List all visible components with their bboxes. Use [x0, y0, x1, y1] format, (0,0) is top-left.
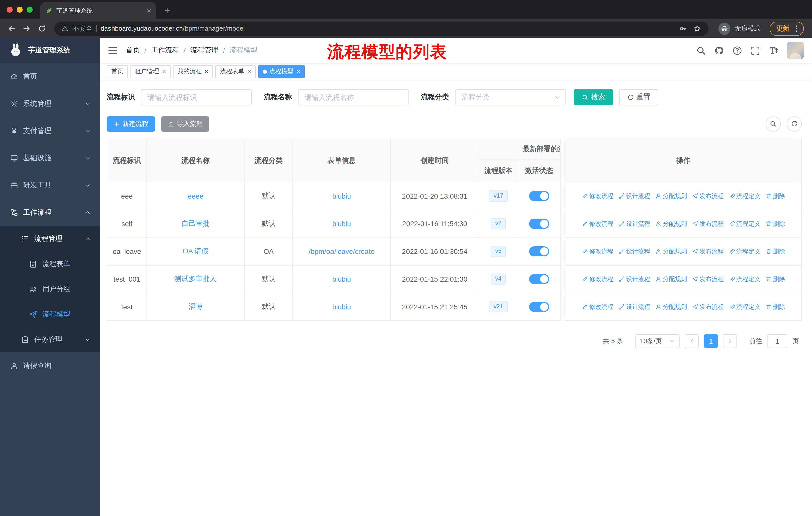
process-name-link[interactable]: 滔博 — [188, 302, 203, 311]
close-tag-icon[interactable]: × — [162, 68, 166, 75]
process-name-link[interactable]: 自己审批 — [181, 219, 210, 228]
active-toggle[interactable] — [529, 274, 549, 284]
tag-home[interactable]: 首页 — [107, 65, 128, 78]
password-key-icon[interactable] — [679, 24, 687, 32]
delete-process-link[interactable]: 删除 — [765, 219, 785, 228]
form-link[interactable]: biubiu — [332, 275, 351, 283]
design-process-link[interactable]: 设计流程 — [618, 247, 650, 256]
sidebar-item-leave-query[interactable]: 请假查询 — [0, 352, 100, 379]
minimize-window-button[interactable] — [17, 6, 23, 12]
reset-button[interactable]: 重置 — [619, 89, 659, 105]
zoom-window-button[interactable] — [27, 6, 33, 12]
close-window-button[interactable] — [6, 6, 12, 12]
breadcrumb-item[interactable]: 工作流程 — [151, 46, 179, 55]
fullscreen-icon[interactable] — [751, 46, 760, 55]
modify-process-link[interactable]: 修改流程 — [582, 192, 613, 200]
process-definition-link[interactable]: 流程定义 — [729, 303, 760, 311]
sidebar-item-dev-tools[interactable]: 研发工具 — [0, 172, 100, 199]
help-icon[interactable] — [732, 46, 742, 55]
create-process-button[interactable]: 新建流程 — [107, 116, 155, 132]
publish-process-link[interactable]: 发布流程 — [692, 303, 724, 311]
form-link[interactable]: biubiu — [332, 192, 351, 200]
import-process-button[interactable]: 导入流程 — [161, 116, 209, 132]
breadcrumb-item[interactable]: 首页 — [126, 46, 140, 55]
sidebar-item-system-management[interactable]: 系统管理 — [0, 90, 100, 117]
close-tag-icon[interactable]: × — [247, 68, 251, 75]
collapse-sidebar-button[interactable] — [108, 45, 118, 55]
active-toggle[interactable] — [529, 302, 549, 312]
publish-process-link[interactable]: 发布流程 — [692, 192, 724, 200]
browser-tab[interactable]: 芋道管理系统 × — [40, 2, 156, 19]
sidebar-item-process-management[interactable]: 流程管理 — [0, 226, 100, 251]
active-toggle[interactable] — [529, 219, 549, 229]
toggle-search-button[interactable] — [766, 116, 781, 132]
process-definition-link[interactable]: 流程定义 — [729, 192, 760, 200]
sidebar-item-process-form[interactable]: 流程表单 — [0, 251, 100, 277]
publish-process-link[interactable]: 发布流程 — [692, 219, 724, 228]
assign-rule-link[interactable]: 分配规则 — [655, 303, 687, 311]
back-button[interactable] — [5, 22, 18, 34]
delete-process-link[interactable]: 删除 — [765, 192, 785, 200]
goto-page-input[interactable] — [767, 334, 787, 348]
font-size-icon[interactable] — [769, 46, 778, 55]
sidebar-item-payment-management[interactable]: 支付管理 — [0, 117, 100, 145]
close-tab-icon[interactable]: × — [147, 6, 151, 15]
design-process-link[interactable]: 设计流程 — [618, 219, 650, 228]
modify-process-link[interactable]: 修改流程 — [582, 303, 613, 311]
modify-process-link[interactable]: 修改流程 — [582, 219, 613, 228]
prev-page-button[interactable] — [685, 334, 699, 348]
sidebar-item-user-group[interactable]: 用户分组 — [0, 277, 100, 302]
close-tag-icon[interactable]: × — [205, 68, 208, 75]
active-toggle[interactable] — [529, 191, 549, 201]
modify-process-link[interactable]: 修改流程 — [582, 275, 613, 283]
design-process-link[interactable]: 设计流程 — [618, 192, 650, 200]
process-name-link[interactable]: 测试多审批人 — [174, 275, 217, 284]
tag-process-form[interactable]: 流程表单× — [215, 65, 256, 78]
github-icon[interactable] — [714, 46, 724, 55]
bookmark-star-icon[interactable] — [693, 24, 701, 32]
breadcrumb-item[interactable]: 流程管理 — [190, 46, 219, 55]
new-tab-button[interactable]: + — [160, 3, 174, 18]
page-number-1[interactable]: 1 — [704, 334, 718, 348]
assign-rule-link[interactable]: 分配规则 — [655, 192, 687, 200]
category-select[interactable]: 流程分类 — [455, 89, 566, 105]
next-page-button[interactable] — [723, 334, 737, 348]
process-name-link[interactable]: OA 请假 — [183, 247, 209, 256]
modify-process-link[interactable]: 修改流程 — [582, 247, 613, 256]
design-process-link[interactable]: 设计流程 — [618, 303, 650, 311]
tag-my-process[interactable]: 我的流程× — [173, 65, 213, 78]
url-field[interactable]: 不安全 dashboard.yudao.iocoder.cn/bpm/manag… — [54, 21, 708, 35]
delete-process-link[interactable]: 删除 — [765, 247, 785, 256]
design-process-link[interactable]: 设计流程 — [618, 275, 650, 283]
browser-menu-button[interactable]: 更新 — [770, 21, 804, 35]
active-toggle[interactable] — [529, 246, 549, 256]
app-logo[interactable]: 芋道管理系统 — [0, 38, 100, 63]
tag-process-model[interactable]: 流程模型× — [258, 65, 305, 78]
form-link[interactable]: /bpm/oa/leave/create — [309, 247, 375, 255]
reload-button[interactable] — [35, 22, 48, 34]
close-tag-icon[interactable]: × — [296, 68, 300, 75]
process-name-input[interactable] — [298, 89, 409, 105]
user-avatar[interactable] — [787, 42, 804, 59]
sidebar-item-home[interactable]: 首页 — [0, 63, 100, 90]
publish-process-link[interactable]: 发布流程 — [692, 247, 724, 256]
delete-process-link[interactable]: 删除 — [765, 303, 785, 311]
assign-rule-link[interactable]: 分配规则 — [655, 275, 687, 283]
page-size-select[interactable]: 10条/页 — [635, 334, 679, 348]
process-name-link[interactable]: eeee — [188, 192, 203, 200]
assign-rule-link[interactable]: 分配规则 — [655, 247, 687, 256]
process-definition-link[interactable]: 流程定义 — [729, 275, 760, 283]
tag-tenant-management[interactable]: 租户管理× — [130, 65, 170, 78]
publish-process-link[interactable]: 发布流程 — [692, 275, 724, 283]
assign-rule-link[interactable]: 分配规则 — [655, 219, 687, 228]
form-link[interactable]: biubiu — [332, 303, 351, 311]
process-id-input[interactable] — [141, 89, 252, 105]
delete-process-link[interactable]: 删除 — [765, 275, 785, 283]
sidebar-item-process-model[interactable]: 流程模型 — [0, 302, 100, 327]
search-icon[interactable] — [696, 46, 706, 55]
forward-button[interactable] — [20, 22, 33, 34]
refresh-table-button[interactable] — [787, 116, 802, 132]
process-definition-link[interactable]: 流程定义 — [729, 219, 760, 228]
search-button[interactable]: 搜索 — [574, 89, 613, 105]
form-link[interactable]: biubiu — [332, 220, 351, 228]
